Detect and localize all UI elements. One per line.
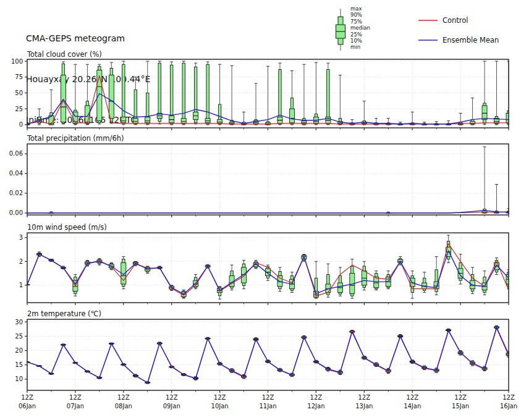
svg-text:11Jan: 11Jan [259, 403, 276, 410]
svg-text:15: 15 [15, 361, 23, 368]
svg-text:0.06: 0.06 [9, 150, 23, 157]
svg-text:09Jan: 09Jan [163, 403, 180, 410]
svg-text:12Z: 12Z [262, 394, 274, 401]
svg-text:0.02: 0.02 [9, 190, 23, 196]
svg-text:14Jan: 14Jan [404, 403, 421, 410]
svg-text:2: 2 [19, 258, 23, 265]
svg-text:1: 1 [19, 282, 23, 288]
svg-text:0.04: 0.04 [9, 170, 23, 177]
svg-text:10: 10 [15, 376, 23, 382]
svg-text:15Jan: 15Jan [452, 403, 469, 410]
svg-text:75: 75 [15, 74, 23, 80]
meteogram-canvas: 02550751000.000.020.040.0612310152025301… [0, 0, 521, 420]
svg-text:30: 30 [15, 319, 23, 326]
svg-text:07Jan: 07Jan [67, 403, 84, 410]
svg-text:0.00: 0.00 [9, 209, 23, 216]
svg-text:100: 100 [11, 58, 23, 65]
svg-text:12Z: 12Z [406, 394, 418, 401]
svg-text:12Z: 12Z [358, 394, 371, 401]
svg-text:0: 0 [19, 121, 23, 128]
svg-text:12Z: 12Z [310, 394, 323, 401]
svg-text:12Z: 12Z [214, 394, 226, 401]
svg-text:06Jan: 06Jan [19, 403, 36, 410]
svg-text:50: 50 [15, 90, 23, 96]
svg-text:20: 20 [15, 347, 23, 354]
svg-text:12Z: 12Z [21, 394, 33, 401]
svg-text:13Jan: 13Jan [355, 403, 373, 410]
svg-text:12Z: 12Z [69, 394, 82, 401]
meteogram-figure: CMA-GEPS meteogram Houayxay 20.26°N 100.… [0, 0, 521, 420]
svg-text:12Z: 12Z [166, 394, 178, 401]
svg-text:25: 25 [15, 333, 23, 340]
svg-text:3: 3 [19, 234, 23, 241]
svg-text:16Jan: 16Jan [500, 403, 517, 410]
svg-text:12Z: 12Z [454, 394, 467, 401]
svg-text:12Z: 12Z [502, 394, 515, 401]
svg-text:25: 25 [15, 106, 23, 112]
svg-text:08Jan: 08Jan [115, 403, 132, 410]
svg-text:10Jan: 10Jan [211, 403, 229, 410]
svg-text:12Z: 12Z [117, 394, 130, 401]
svg-text:12Jan: 12Jan [307, 403, 324, 410]
